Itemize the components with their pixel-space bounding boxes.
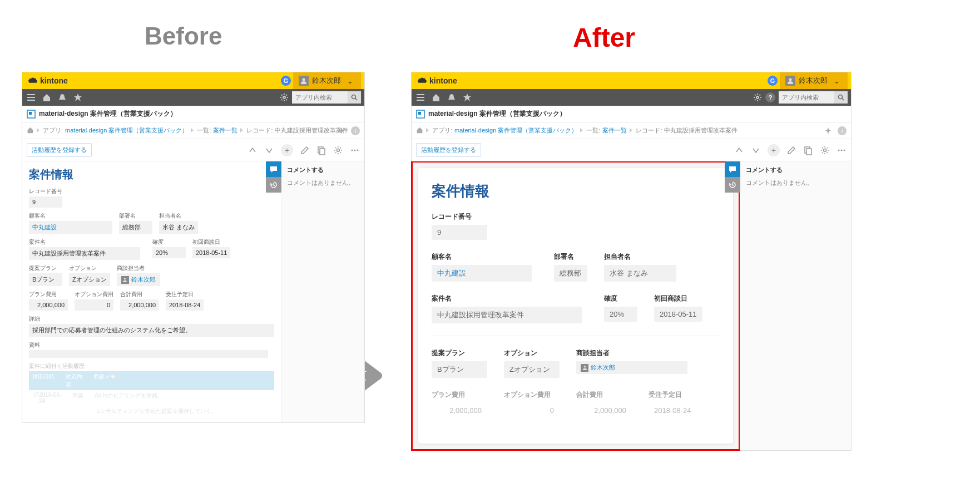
- value-order-date: 2018-08-24: [649, 403, 697, 418]
- comment-header[interactable]: コメントする: [287, 166, 359, 174]
- chevron-right-icon: [425, 127, 430, 134]
- user-menu[interactable]: 鈴木次郎 ⌄: [293, 72, 361, 89]
- brand-text: kintone: [429, 76, 457, 85]
- app-search[interactable]: [292, 91, 361, 104]
- comment-tab[interactable]: [266, 161, 281, 177]
- label-option: オプション: [69, 264, 110, 272]
- card-title: 案件情報: [432, 181, 720, 201]
- label-plan: 提案プラン: [29, 264, 62, 272]
- value-plan: Bプラン: [29, 273, 62, 286]
- bell-icon[interactable]: [58, 93, 67, 102]
- menu-icon[interactable]: [27, 93, 36, 102]
- prev-record-icon[interactable]: [248, 145, 258, 155]
- g-badge[interactable]: G: [281, 76, 291, 86]
- label-total-cost: 合計費用: [576, 390, 632, 400]
- app-icon: [416, 110, 425, 119]
- svg-point-12: [789, 78, 792, 81]
- value-sales-owner[interactable]: 鈴木次郎: [117, 273, 160, 286]
- value-prob: 20%: [604, 307, 637, 322]
- search-input[interactable]: [779, 91, 834, 104]
- prev-record-icon[interactable]: [734, 145, 744, 155]
- kintone-logo[interactable]: kintone: [28, 76, 68, 85]
- copy-icon[interactable]: [316, 145, 326, 155]
- chevron-right-icon: [190, 127, 195, 134]
- gear-icon[interactable]: [753, 93, 762, 102]
- nav-bar: ?: [412, 89, 851, 106]
- label-order-date: 受注予定日: [649, 390, 697, 400]
- more-icon[interactable]: [350, 145, 360, 155]
- crumb-list-link[interactable]: 案件一覧: [213, 126, 237, 135]
- svg-point-20: [838, 150, 840, 151]
- search-input[interactable]: [292, 91, 348, 104]
- record-card: 案件情報 レコード番号9 顧客名中丸建設 部署名総務部 担当者名水谷 まなみ 案…: [418, 168, 733, 444]
- user-name: 鈴木次郎: [799, 76, 828, 86]
- brand-text: kintone: [40, 76, 68, 85]
- svg-point-9: [354, 150, 356, 151]
- search-button[interactable]: [834, 91, 848, 104]
- svg-rect-16: [418, 112, 421, 115]
- svg-point-7: [337, 149, 340, 152]
- settings-gear-icon[interactable]: [333, 145, 343, 155]
- gear-icon[interactable]: [280, 93, 289, 102]
- home-icon[interactable]: [42, 93, 51, 102]
- help-icon[interactable]: ?: [765, 92, 775, 102]
- home-icon[interactable]: [432, 93, 440, 102]
- value-sales-owner[interactable]: 鈴木次郎: [576, 361, 687, 374]
- value-option: Zオプション: [504, 361, 560, 378]
- bell-icon[interactable]: [447, 93, 456, 102]
- next-record-icon[interactable]: [751, 145, 761, 155]
- crumb-app-label: アプリ:: [43, 126, 63, 135]
- star-icon[interactable]: [463, 93, 472, 102]
- search-button[interactable]: [348, 91, 361, 104]
- crumb-list-link[interactable]: 案件一覧: [602, 126, 627, 135]
- label-sales-owner: 商談担当者: [117, 264, 160, 272]
- register-activity-button[interactable]: 活動履歴を登録する: [27, 143, 92, 157]
- more-icon[interactable]: [837, 145, 847, 155]
- value-customer[interactable]: 中丸建設: [432, 265, 532, 282]
- history-tab[interactable]: [266, 177, 281, 193]
- edit-icon[interactable]: [300, 145, 310, 155]
- label-subject: 案件名: [29, 238, 146, 246]
- edit-icon[interactable]: [786, 145, 796, 155]
- menu-icon[interactable]: [416, 93, 425, 102]
- settings-gear-icon[interactable]: [820, 145, 830, 155]
- copy-icon[interactable]: [803, 145, 813, 155]
- kintone-logo[interactable]: kintone: [417, 76, 457, 85]
- svg-point-14: [839, 95, 843, 99]
- comment-tab[interactable]: [725, 161, 740, 177]
- brand-bar: kintone G 鈴木次郎 ⌄: [22, 72, 364, 89]
- label-option: オプション: [504, 348, 560, 358]
- g-badge[interactable]: G: [768, 76, 778, 86]
- info-icon[interactable]: i: [838, 126, 847, 135]
- app-search[interactable]: [779, 91, 848, 104]
- register-activity-button[interactable]: 活動履歴を登録する: [416, 143, 481, 157]
- svg-point-21: [841, 150, 843, 151]
- star-icon[interactable]: [73, 93, 82, 102]
- user-avatar-icon: [299, 76, 309, 86]
- label-first-mtg: 初回商談日: [654, 294, 702, 303]
- info-icon[interactable]: i: [351, 126, 360, 135]
- crumb-app-link[interactable]: material-design 案件管理（営業支援パック）: [454, 126, 577, 135]
- comment-header[interactable]: コメントする: [746, 166, 845, 174]
- breadcrumb-home-icon[interactable]: [27, 126, 34, 135]
- pin-icon[interactable]: [824, 127, 832, 135]
- user-menu[interactable]: 鈴木次郎 ⌄: [780, 72, 848, 89]
- add-record-button[interactable]: +: [768, 144, 780, 156]
- svg-point-13: [756, 96, 759, 99]
- value-material: [29, 350, 268, 358]
- comment-panel: コメントする コメントはありません。: [281, 161, 364, 422]
- label-order-date: 受注予定日: [166, 291, 204, 298]
- pin-icon[interactable]: [338, 127, 345, 135]
- value-order-date: 2018-08-24: [166, 299, 204, 311]
- crumb-list-label: 一覧:: [197, 126, 211, 135]
- crumb-app-link[interactable]: material-design 案件管理（営業支援パック）: [65, 126, 188, 135]
- next-record-icon[interactable]: [264, 145, 274, 155]
- breadcrumb-home-icon[interactable]: [416, 126, 423, 135]
- add-record-button[interactable]: +: [281, 144, 293, 156]
- history-tab[interactable]: [725, 177, 740, 193]
- value-total-cost: 2,000,000: [120, 299, 159, 311]
- user-avatar-icon: [785, 76, 795, 86]
- table-row: コンサルティングを含めた提案を期待していく。: [29, 406, 274, 417]
- value-customer[interactable]: 中丸建設: [29, 221, 112, 234]
- label-first-mtg: 初回商談日: [192, 238, 230, 246]
